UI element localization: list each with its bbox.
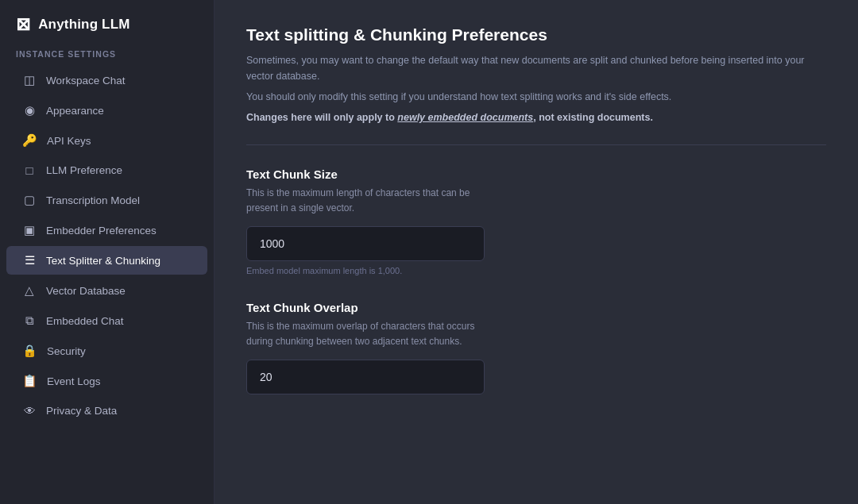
chunk-size-section: Text Chunk Size This is the maximum leng… bbox=[246, 167, 826, 275]
chunk-size-input[interactable] bbox=[246, 226, 485, 261]
sidebar-item-label: Embedder Preferences bbox=[46, 225, 157, 237]
security-icon: 🔒 bbox=[22, 344, 37, 358]
sidebar-item-label: Vector Database bbox=[46, 285, 126, 297]
chunk-size-title: Text Chunk Size bbox=[246, 167, 826, 181]
sidebar: ⊠ Anything LLM Instance Settings ◫ Works… bbox=[0, 0, 214, 504]
embedder-icon: ▣ bbox=[22, 223, 37, 237]
sidebar-item-event-logs[interactable]: 📋 Event Logs bbox=[6, 367, 207, 395]
splitter-icon: ☰ bbox=[22, 253, 37, 267]
desc3-suffix: , not existing documents. bbox=[533, 112, 653, 123]
database-icon: △ bbox=[22, 283, 37, 298]
sidebar-item-transcription-model[interactable]: ▢ Transcription Model bbox=[6, 186, 207, 214]
sidebar-item-label: Privacy & Data bbox=[46, 405, 117, 417]
page-desc-1: Sometimes, you may want to change the de… bbox=[246, 52, 826, 84]
sidebar-item-privacy-data[interactable]: 👁 Privacy & Data bbox=[6, 397, 207, 425]
sidebar-item-llm-preference[interactable]: □ LLM Preference bbox=[6, 156, 207, 184]
sidebar-item-embedded-chat[interactable]: ⧉ Embedded Chat bbox=[6, 306, 207, 335]
logs-icon: 📋 bbox=[22, 374, 37, 388]
sidebar-item-label: API Keys bbox=[47, 135, 91, 147]
appearance-icon: ◉ bbox=[22, 103, 37, 117]
logo-icon: ⊠ bbox=[16, 14, 30, 35]
privacy-icon: 👁 bbox=[22, 404, 37, 417]
desc3-prefix: Changes here will only apply to bbox=[246, 112, 397, 123]
sidebar-item-label: Appearance bbox=[46, 105, 104, 117]
sidebar-item-api-keys[interactable]: 🔑 API Keys bbox=[6, 126, 207, 155]
chunk-overlap-input[interactable] bbox=[246, 360, 485, 394]
llm-icon: □ bbox=[22, 164, 37, 177]
sidebar-item-label: Workspace Chat bbox=[46, 75, 126, 87]
sidebar-item-label: Transcription Model bbox=[46, 194, 140, 206]
sidebar-item-workspace-chat[interactable]: ◫ Workspace Chat bbox=[6, 66, 207, 94]
sidebar-item-vector-database[interactable]: △ Vector Database bbox=[6, 276, 207, 305]
embedded-icon: ⧉ bbox=[22, 314, 37, 328]
chat-icon: ◫ bbox=[22, 73, 37, 87]
desc3-italic: newly embedded documents bbox=[397, 112, 533, 123]
section-label: Instance Settings bbox=[0, 49, 214, 65]
app-name: Anything LLM bbox=[38, 17, 129, 33]
sidebar-item-label: Text Splitter & Chunking bbox=[46, 255, 160, 267]
sidebar-item-security[interactable]: 🔒 Security bbox=[6, 337, 207, 365]
chunk-overlap-title: Text Chunk Overlap bbox=[246, 301, 826, 314]
sidebar-item-appearance[interactable]: ◉ Appearance bbox=[6, 96, 207, 125]
section-divider bbox=[246, 144, 826, 145]
sidebar-item-label: Embedded Chat bbox=[46, 315, 124, 327]
sidebar-item-label: Event Logs bbox=[47, 375, 101, 387]
chunk-overlap-desc: This is the maximum overlap of character… bbox=[246, 319, 500, 348]
sidebar-item-label: LLM Preference bbox=[46, 164, 122, 176]
page-desc-3: Changes here will only apply to newly em… bbox=[246, 110, 826, 125]
main-content: Text splitting & Chunking Preferences So… bbox=[214, 0, 858, 504]
page-title: Text splitting & Chunking Preferences bbox=[246, 25, 826, 44]
app-logo: ⊠ Anything LLM bbox=[0, 14, 214, 49]
page-desc-2: You should only modify this setting if y… bbox=[246, 89, 826, 105]
key-icon: 🔑 bbox=[22, 133, 37, 148]
sidebar-item-label: Security bbox=[47, 345, 86, 357]
sidebar-item-embedder-preferences[interactable]: ▣ Embedder Preferences bbox=[6, 216, 207, 244]
transcription-icon: ▢ bbox=[22, 193, 37, 207]
chunk-size-desc: This is the maximum length of characters… bbox=[246, 186, 500, 215]
sidebar-item-text-splitter[interactable]: ☰ Text Splitter & Chunking bbox=[6, 246, 207, 275]
chunk-size-hint: Embed model maximum length is 1,000. bbox=[246, 266, 826, 275]
chunk-overlap-section: Text Chunk Overlap This is the maximum o… bbox=[246, 301, 826, 394]
